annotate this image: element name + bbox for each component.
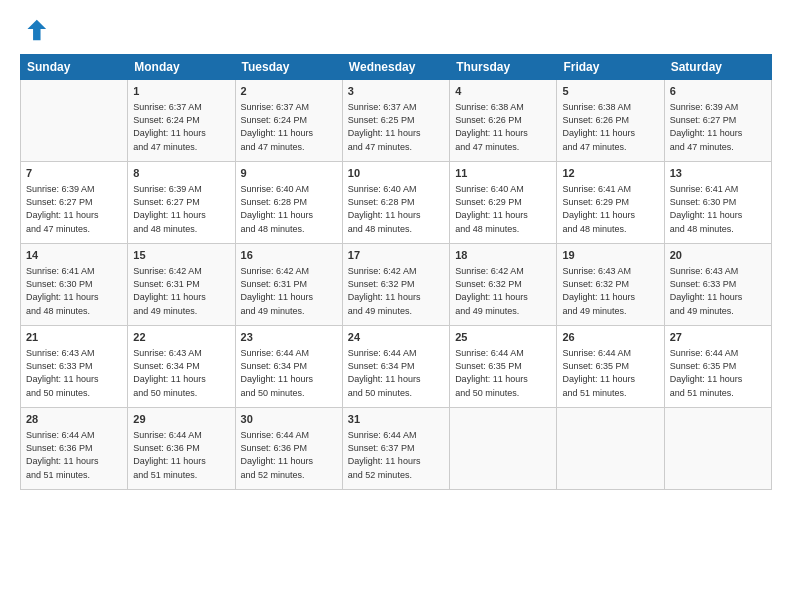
calendar-cell: 26Sunrise: 6:44 AM Sunset: 6:35 PM Dayli… xyxy=(557,326,664,408)
calendar-cell xyxy=(21,80,128,162)
calendar-cell: 31Sunrise: 6:44 AM Sunset: 6:37 PM Dayli… xyxy=(342,408,449,490)
day-content: Sunrise: 6:42 AM Sunset: 6:32 PM Dayligh… xyxy=(348,265,444,317)
day-number: 9 xyxy=(241,166,337,181)
calendar-cell: 10Sunrise: 6:40 AM Sunset: 6:28 PM Dayli… xyxy=(342,162,449,244)
week-row-5: 28Sunrise: 6:44 AM Sunset: 6:36 PM Dayli… xyxy=(21,408,772,490)
header-cell-wednesday: Wednesday xyxy=(342,55,449,80)
calendar-cell: 24Sunrise: 6:44 AM Sunset: 6:34 PM Dayli… xyxy=(342,326,449,408)
calendar-cell: 4Sunrise: 6:38 AM Sunset: 6:26 PM Daylig… xyxy=(450,80,557,162)
day-content: Sunrise: 6:37 AM Sunset: 6:24 PM Dayligh… xyxy=(133,101,229,153)
calendar-header: SundayMondayTuesdayWednesdayThursdayFrid… xyxy=(21,55,772,80)
day-content: Sunrise: 6:41 AM Sunset: 6:29 PM Dayligh… xyxy=(562,183,658,235)
day-content: Sunrise: 6:44 AM Sunset: 6:36 PM Dayligh… xyxy=(133,429,229,481)
week-row-1: 1Sunrise: 6:37 AM Sunset: 6:24 PM Daylig… xyxy=(21,80,772,162)
day-number: 16 xyxy=(241,248,337,263)
day-number: 12 xyxy=(562,166,658,181)
day-content: Sunrise: 6:43 AM Sunset: 6:32 PM Dayligh… xyxy=(562,265,658,317)
logo xyxy=(20,16,52,44)
calendar-cell: 3Sunrise: 6:37 AM Sunset: 6:25 PM Daylig… xyxy=(342,80,449,162)
day-content: Sunrise: 6:39 AM Sunset: 6:27 PM Dayligh… xyxy=(670,101,766,153)
week-row-3: 14Sunrise: 6:41 AM Sunset: 6:30 PM Dayli… xyxy=(21,244,772,326)
calendar-cell: 19Sunrise: 6:43 AM Sunset: 6:32 PM Dayli… xyxy=(557,244,664,326)
day-content: Sunrise: 6:41 AM Sunset: 6:30 PM Dayligh… xyxy=(670,183,766,235)
day-content: Sunrise: 6:42 AM Sunset: 6:31 PM Dayligh… xyxy=(133,265,229,317)
day-number: 26 xyxy=(562,330,658,345)
day-content: Sunrise: 6:38 AM Sunset: 6:26 PM Dayligh… xyxy=(562,101,658,153)
day-content: Sunrise: 6:44 AM Sunset: 6:34 PM Dayligh… xyxy=(348,347,444,399)
day-number: 31 xyxy=(348,412,444,427)
day-number: 14 xyxy=(26,248,122,263)
day-content: Sunrise: 6:44 AM Sunset: 6:36 PM Dayligh… xyxy=(26,429,122,481)
day-number: 23 xyxy=(241,330,337,345)
calendar-cell: 9Sunrise: 6:40 AM Sunset: 6:28 PM Daylig… xyxy=(235,162,342,244)
calendar-cell: 16Sunrise: 6:42 AM Sunset: 6:31 PM Dayli… xyxy=(235,244,342,326)
header xyxy=(20,16,772,44)
calendar-cell: 18Sunrise: 6:42 AM Sunset: 6:32 PM Dayli… xyxy=(450,244,557,326)
day-content: Sunrise: 6:44 AM Sunset: 6:35 PM Dayligh… xyxy=(670,347,766,399)
day-number: 7 xyxy=(26,166,122,181)
logo-icon xyxy=(20,16,48,44)
week-row-4: 21Sunrise: 6:43 AM Sunset: 6:33 PM Dayli… xyxy=(21,326,772,408)
calendar-cell: 28Sunrise: 6:44 AM Sunset: 6:36 PM Dayli… xyxy=(21,408,128,490)
calendar-cell: 15Sunrise: 6:42 AM Sunset: 6:31 PM Dayli… xyxy=(128,244,235,326)
day-number: 24 xyxy=(348,330,444,345)
calendar-cell: 7Sunrise: 6:39 AM Sunset: 6:27 PM Daylig… xyxy=(21,162,128,244)
day-content: Sunrise: 6:40 AM Sunset: 6:29 PM Dayligh… xyxy=(455,183,551,235)
day-number: 27 xyxy=(670,330,766,345)
day-number: 18 xyxy=(455,248,551,263)
day-content: Sunrise: 6:42 AM Sunset: 6:32 PM Dayligh… xyxy=(455,265,551,317)
calendar-cell: 14Sunrise: 6:41 AM Sunset: 6:30 PM Dayli… xyxy=(21,244,128,326)
day-number: 3 xyxy=(348,84,444,99)
day-content: Sunrise: 6:43 AM Sunset: 6:34 PM Dayligh… xyxy=(133,347,229,399)
day-number: 30 xyxy=(241,412,337,427)
header-cell-friday: Friday xyxy=(557,55,664,80)
day-number: 1 xyxy=(133,84,229,99)
calendar-cell: 1Sunrise: 6:37 AM Sunset: 6:24 PM Daylig… xyxy=(128,80,235,162)
day-number: 8 xyxy=(133,166,229,181)
day-number: 17 xyxy=(348,248,444,263)
day-content: Sunrise: 6:42 AM Sunset: 6:31 PM Dayligh… xyxy=(241,265,337,317)
day-number: 6 xyxy=(670,84,766,99)
day-content: Sunrise: 6:44 AM Sunset: 6:37 PM Dayligh… xyxy=(348,429,444,481)
week-row-2: 7Sunrise: 6:39 AM Sunset: 6:27 PM Daylig… xyxy=(21,162,772,244)
calendar-cell xyxy=(664,408,771,490)
day-number: 20 xyxy=(670,248,766,263)
header-cell-thursday: Thursday xyxy=(450,55,557,80)
day-number: 28 xyxy=(26,412,122,427)
day-content: Sunrise: 6:39 AM Sunset: 6:27 PM Dayligh… xyxy=(26,183,122,235)
day-number: 11 xyxy=(455,166,551,181)
day-content: Sunrise: 6:37 AM Sunset: 6:25 PM Dayligh… xyxy=(348,101,444,153)
calendar-cell: 5Sunrise: 6:38 AM Sunset: 6:26 PM Daylig… xyxy=(557,80,664,162)
day-content: Sunrise: 6:38 AM Sunset: 6:26 PM Dayligh… xyxy=(455,101,551,153)
day-content: Sunrise: 6:44 AM Sunset: 6:34 PM Dayligh… xyxy=(241,347,337,399)
day-content: Sunrise: 6:43 AM Sunset: 6:33 PM Dayligh… xyxy=(670,265,766,317)
calendar-cell: 25Sunrise: 6:44 AM Sunset: 6:35 PM Dayli… xyxy=(450,326,557,408)
calendar-cell: 23Sunrise: 6:44 AM Sunset: 6:34 PM Dayli… xyxy=(235,326,342,408)
header-cell-monday: Monday xyxy=(128,55,235,80)
day-content: Sunrise: 6:44 AM Sunset: 6:36 PM Dayligh… xyxy=(241,429,337,481)
day-content: Sunrise: 6:40 AM Sunset: 6:28 PM Dayligh… xyxy=(241,183,337,235)
calendar-body: 1Sunrise: 6:37 AM Sunset: 6:24 PM Daylig… xyxy=(21,80,772,490)
calendar-cell: 13Sunrise: 6:41 AM Sunset: 6:30 PM Dayli… xyxy=(664,162,771,244)
day-number: 25 xyxy=(455,330,551,345)
day-number: 2 xyxy=(241,84,337,99)
calendar-cell: 6Sunrise: 6:39 AM Sunset: 6:27 PM Daylig… xyxy=(664,80,771,162)
day-number: 13 xyxy=(670,166,766,181)
svg-marker-0 xyxy=(27,20,46,41)
calendar-cell xyxy=(450,408,557,490)
header-cell-tuesday: Tuesday xyxy=(235,55,342,80)
calendar-cell: 29Sunrise: 6:44 AM Sunset: 6:36 PM Dayli… xyxy=(128,408,235,490)
header-cell-saturday: Saturday xyxy=(664,55,771,80)
day-content: Sunrise: 6:43 AM Sunset: 6:33 PM Dayligh… xyxy=(26,347,122,399)
day-content: Sunrise: 6:44 AM Sunset: 6:35 PM Dayligh… xyxy=(562,347,658,399)
header-row: SundayMondayTuesdayWednesdayThursdayFrid… xyxy=(21,55,772,80)
header-cell-sunday: Sunday xyxy=(21,55,128,80)
calendar-cell: 30Sunrise: 6:44 AM Sunset: 6:36 PM Dayli… xyxy=(235,408,342,490)
day-content: Sunrise: 6:37 AM Sunset: 6:24 PM Dayligh… xyxy=(241,101,337,153)
day-number: 29 xyxy=(133,412,229,427)
calendar-cell: 21Sunrise: 6:43 AM Sunset: 6:33 PM Dayli… xyxy=(21,326,128,408)
calendar-cell: 17Sunrise: 6:42 AM Sunset: 6:32 PM Dayli… xyxy=(342,244,449,326)
calendar-cell: 11Sunrise: 6:40 AM Sunset: 6:29 PM Dayli… xyxy=(450,162,557,244)
day-content: Sunrise: 6:44 AM Sunset: 6:35 PM Dayligh… xyxy=(455,347,551,399)
calendar-cell: 12Sunrise: 6:41 AM Sunset: 6:29 PM Dayli… xyxy=(557,162,664,244)
